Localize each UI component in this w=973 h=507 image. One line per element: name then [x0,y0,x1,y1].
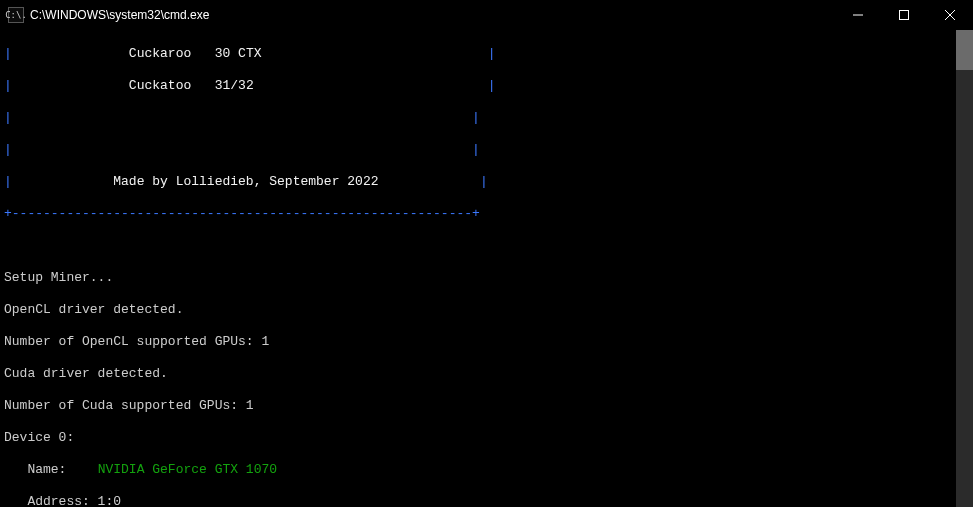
log-line: Address: 1:0 [4,494,969,507]
window-title: C:\WINDOWS\system32\cmd.exe [30,8,835,22]
log-line: Device 0: [4,430,969,446]
window-titlebar: C:\. C:\WINDOWS\system32\cmd.exe [0,0,973,30]
scrollbar-thumb[interactable] [956,30,973,70]
cmd-icon: C:\. [8,7,24,23]
window-controls [835,0,973,30]
log-line: Number of Cuda supported GPUs: 1 [4,398,969,414]
log-line: Name: NVIDIA GeForce GTX 1070 [4,462,969,478]
banner-separator: +---------------------------------------… [4,206,969,222]
log-line: Cuda driver detected. [4,366,969,382]
minimize-icon [853,10,863,20]
svg-rect-0 [900,11,909,20]
gpu-name: NVIDIA GeForce GTX 1070 [98,462,277,477]
log-line: Setup Miner... [4,270,969,286]
vertical-scrollbar[interactable] [956,30,973,507]
close-icon [945,10,955,20]
console-output[interactable]: | Cuckaroo 30 CTX | | Cuckatoo 31/32 | |… [0,30,973,507]
log-line: OpenCL driver detected. [4,302,969,318]
maximize-button[interactable] [881,0,927,30]
minimize-button[interactable] [835,0,881,30]
log-line: Number of OpenCL supported GPUs: 1 [4,334,969,350]
close-button[interactable] [927,0,973,30]
maximize-icon [899,10,909,20]
